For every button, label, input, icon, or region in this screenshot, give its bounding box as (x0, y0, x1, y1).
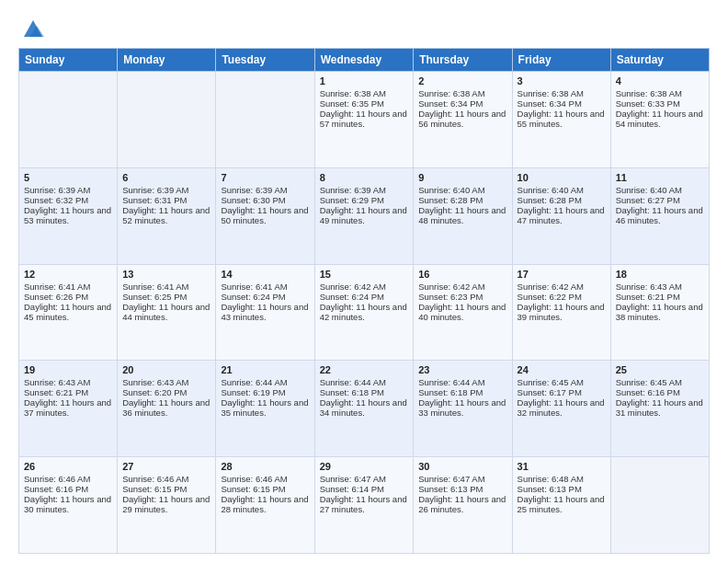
day-header-monday: Monday (118, 49, 216, 72)
day-header-sunday: Sunday (19, 49, 118, 72)
page: SundayMondayTuesdayWednesdayThursdayFrid… (0, 0, 728, 563)
day-number: 25 (616, 364, 704, 375)
calendar-day-6: 6Sunrise: 6:39 AMSunset: 6:31 PMDaylight… (118, 167, 216, 264)
day-header-saturday: Saturday (610, 49, 709, 72)
day-number: 26 (24, 461, 112, 472)
calendar-day-26: 26Sunrise: 6:46 AMSunset: 6:16 PMDayligh… (19, 457, 118, 554)
calendar-day-11: 11Sunrise: 6:40 AMSunset: 6:27 PMDayligh… (610, 167, 709, 264)
calendar-day-23: 23Sunrise: 6:44 AMSunset: 6:18 PMDayligh… (414, 361, 512, 457)
calendar-table: SundayMondayTuesdayWednesdayThursdayFrid… (18, 48, 710, 554)
day-number: 18 (616, 269, 704, 280)
day-number: 17 (518, 269, 606, 280)
calendar-day-3: 3Sunrise: 6:38 AMSunset: 6:34 PMDaylight… (512, 72, 610, 168)
day-number: 21 (221, 364, 309, 375)
logo (18, 15, 46, 40)
day-header-tuesday: Tuesday (216, 49, 314, 72)
day-number: 8 (320, 172, 409, 183)
calendar-header-row: SundayMondayTuesdayWednesdayThursdayFrid… (19, 49, 710, 72)
calendar-day-22: 22Sunrise: 6:44 AMSunset: 6:18 PMDayligh… (314, 361, 414, 457)
day-number: 6 (122, 172, 210, 183)
calendar-week-1: 1Sunrise: 6:38 AMSunset: 6:35 PMDaylight… (19, 72, 710, 168)
day-number: 16 (418, 269, 506, 280)
calendar-day-16: 16Sunrise: 6:42 AMSunset: 6:23 PMDayligh… (414, 264, 512, 361)
empty-cell (610, 457, 709, 554)
day-header-thursday: Thursday (414, 49, 512, 72)
day-number: 12 (24, 269, 112, 280)
empty-cell (216, 72, 314, 168)
calendar-day-12: 12Sunrise: 6:41 AMSunset: 6:26 PMDayligh… (19, 264, 118, 361)
day-number: 19 (24, 364, 112, 375)
day-number: 3 (518, 75, 606, 86)
calendar-day-4: 4Sunrise: 6:38 AMSunset: 6:33 PMDaylight… (610, 72, 709, 168)
empty-cell (118, 72, 216, 168)
day-number: 30 (418, 461, 506, 472)
day-number: 23 (418, 364, 506, 375)
day-number: 11 (616, 172, 704, 183)
day-number: 31 (518, 461, 606, 472)
empty-cell (19, 72, 118, 168)
calendar-day-10: 10Sunrise: 6:40 AMSunset: 6:28 PMDayligh… (512, 167, 610, 264)
day-header-wednesday: Wednesday (314, 49, 414, 72)
calendar-day-24: 24Sunrise: 6:45 AMSunset: 6:17 PMDayligh… (512, 361, 610, 457)
day-number: 2 (418, 75, 506, 86)
calendar-day-7: 7Sunrise: 6:39 AMSunset: 6:30 PMDaylight… (216, 167, 314, 264)
day-number: 28 (221, 461, 309, 472)
day-number: 13 (122, 269, 210, 280)
day-number: 4 (616, 75, 704, 86)
calendar-day-18: 18Sunrise: 6:43 AMSunset: 6:21 PMDayligh… (610, 264, 709, 361)
day-number: 24 (518, 364, 606, 375)
day-number: 10 (518, 172, 606, 183)
day-number: 27 (122, 461, 210, 472)
calendar-week-5: 26Sunrise: 6:46 AMSunset: 6:16 PMDayligh… (19, 457, 710, 554)
calendar-day-15: 15Sunrise: 6:42 AMSunset: 6:24 PMDayligh… (314, 264, 414, 361)
day-number: 20 (122, 364, 210, 375)
calendar-day-1: 1Sunrise: 6:38 AMSunset: 6:35 PMDaylight… (314, 72, 414, 168)
calendar-day-25: 25Sunrise: 6:45 AMSunset: 6:16 PMDayligh… (610, 361, 709, 457)
calendar-week-3: 12Sunrise: 6:41 AMSunset: 6:26 PMDayligh… (19, 264, 710, 361)
calendar-day-8: 8Sunrise: 6:39 AMSunset: 6:29 PMDaylight… (314, 167, 414, 264)
day-number: 14 (221, 269, 309, 280)
calendar-day-30: 30Sunrise: 6:47 AMSunset: 6:13 PMDayligh… (414, 457, 512, 554)
day-number: 15 (320, 269, 409, 280)
calendar-day-14: 14Sunrise: 6:41 AMSunset: 6:24 PMDayligh… (216, 264, 314, 361)
day-number: 22 (320, 364, 409, 375)
day-header-friday: Friday (512, 49, 610, 72)
calendar-day-21: 21Sunrise: 6:44 AMSunset: 6:19 PMDayligh… (216, 361, 314, 457)
day-number: 7 (221, 172, 309, 183)
calendar-day-27: 27Sunrise: 6:46 AMSunset: 6:15 PMDayligh… (118, 457, 216, 554)
calendar-week-2: 5Sunrise: 6:39 AMSunset: 6:32 PMDaylight… (19, 167, 710, 264)
calendar-week-4: 19Sunrise: 6:43 AMSunset: 6:21 PMDayligh… (19, 361, 710, 457)
calendar-day-29: 29Sunrise: 6:47 AMSunset: 6:14 PMDayligh… (314, 457, 414, 554)
calendar-day-5: 5Sunrise: 6:39 AMSunset: 6:32 PMDaylight… (19, 167, 118, 264)
calendar-day-17: 17Sunrise: 6:42 AMSunset: 6:22 PMDayligh… (512, 264, 610, 361)
calendar-day-28: 28Sunrise: 6:46 AMSunset: 6:15 PMDayligh… (216, 457, 314, 554)
logo-icon (20, 15, 46, 40)
day-number: 29 (320, 461, 409, 472)
header (18, 15, 710, 40)
calendar-day-31: 31Sunrise: 6:48 AMSunset: 6:13 PMDayligh… (512, 457, 610, 554)
day-number: 9 (418, 172, 506, 183)
day-number: 1 (320, 75, 409, 86)
calendar-day-19: 19Sunrise: 6:43 AMSunset: 6:21 PMDayligh… (19, 361, 118, 457)
calendar-day-9: 9Sunrise: 6:40 AMSunset: 6:28 PMDaylight… (414, 167, 512, 264)
day-number: 5 (24, 172, 112, 183)
calendar-day-20: 20Sunrise: 6:43 AMSunset: 6:20 PMDayligh… (118, 361, 216, 457)
calendar-day-2: 2Sunrise: 6:38 AMSunset: 6:34 PMDaylight… (414, 72, 512, 168)
calendar-day-13: 13Sunrise: 6:41 AMSunset: 6:25 PMDayligh… (118, 264, 216, 361)
